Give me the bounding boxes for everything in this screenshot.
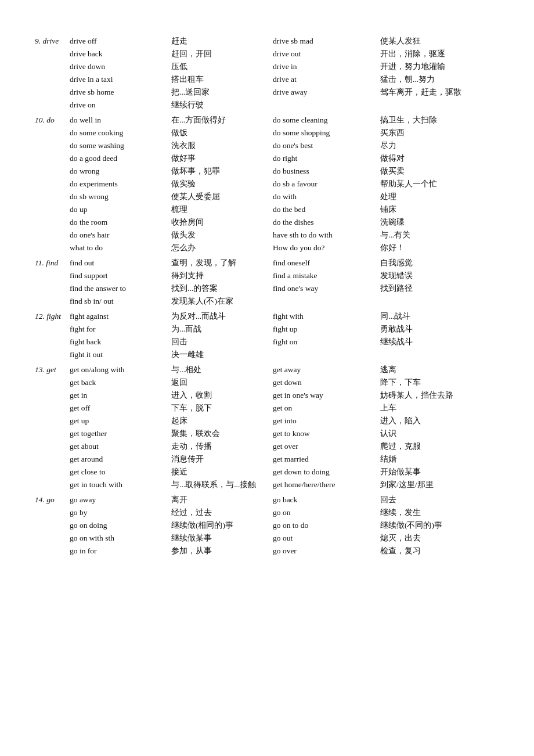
phrase-right: get to know bbox=[273, 427, 380, 440]
phrase-right: How do you do? bbox=[273, 242, 380, 254]
row: 9. drivedrive off赶走drive sb mad使某人发狂 bbox=[35, 35, 499, 48]
section-number: 14. go bbox=[35, 494, 70, 506]
meaning-right: 铺床 bbox=[380, 203, 499, 216]
row: drive in a taxi搭出租车drive at猛击，朝...努力 bbox=[35, 73, 499, 86]
phrase-left: drive sb home bbox=[70, 86, 171, 99]
meaning-right: 找到路径 bbox=[380, 282, 499, 295]
meaning-right: 帮助某人一个忙 bbox=[380, 178, 499, 190]
row: get together聚集，联欢会get to know认识 bbox=[35, 427, 499, 440]
phrase-left: do some cooking bbox=[70, 127, 171, 139]
row: drive down压低drive in开进，努力地灌输 bbox=[35, 60, 499, 73]
row: fight back回击fight on继续战斗 bbox=[35, 336, 499, 348]
meaning-left: 在...方面做得好 bbox=[171, 114, 273, 127]
meaning-left: 洗衣服 bbox=[171, 139, 273, 152]
phrase-right: go out bbox=[273, 532, 380, 545]
meaning-right: 认识 bbox=[380, 427, 499, 440]
meaning-right: 驾车离开，赶走，驱散 bbox=[380, 86, 499, 99]
phrase-left: go by bbox=[70, 506, 171, 519]
meaning-left: 参加，从事 bbox=[171, 545, 273, 557]
phrase-left: go on doing bbox=[70, 519, 171, 532]
meaning-right: 买东西 bbox=[380, 127, 499, 139]
phrase-left: find the answer to bbox=[70, 282, 171, 295]
meaning-right: 结婚 bbox=[380, 453, 499, 466]
phrase-left: drive down bbox=[70, 60, 171, 73]
phrase-left: get around bbox=[70, 453, 171, 466]
phrase-left: get in touch with bbox=[70, 478, 171, 491]
meaning-left: 怎么办 bbox=[171, 242, 273, 254]
row: do up梳理do the bed铺床 bbox=[35, 203, 499, 216]
meaning-right: 回去 bbox=[380, 494, 499, 506]
meaning-right: 熄灭，出去 bbox=[380, 532, 499, 545]
row: fight for为...而战fight up勇敢战斗 bbox=[35, 323, 499, 336]
row: go by经过，过去go on继续，发生 bbox=[35, 506, 499, 519]
phrase-right: get in one's way bbox=[273, 389, 380, 402]
meaning-right: 继续做(不同的)事 bbox=[380, 519, 499, 532]
phrase-left: go on with sth bbox=[70, 532, 171, 545]
phrase-right: have sth to do with bbox=[273, 229, 380, 242]
meaning-left: 聚集，联欢会 bbox=[171, 427, 273, 440]
meaning-left: 回击 bbox=[171, 336, 273, 348]
meaning-left: 走动，传播 bbox=[171, 440, 273, 453]
phrase-right: do some shopping bbox=[273, 127, 380, 139]
meaning-right: 继续，发生 bbox=[380, 506, 499, 519]
row: 11. findfind out查明，发现，了解find oneself自我感觉 bbox=[35, 257, 499, 269]
meaning-left: 赶回，开回 bbox=[171, 48, 273, 60]
phrase-left: do sb wrong bbox=[70, 190, 171, 203]
phrase-right: drive out bbox=[273, 48, 380, 60]
row: do wrong做坏事，犯罪do business做买卖 bbox=[35, 165, 499, 178]
meaning-left: 做实验 bbox=[171, 178, 273, 190]
row: go in for参加，从事go over检查，复习 bbox=[35, 545, 499, 557]
phrase-right: go on bbox=[273, 506, 380, 519]
meaning-left: 做头发 bbox=[171, 229, 273, 242]
phrase-right: do with bbox=[273, 190, 380, 203]
meaning-left: 经过，过去 bbox=[171, 506, 273, 519]
phrase-right: get down bbox=[273, 376, 380, 389]
row: go on doing继续做(相同的)事go on to do继续做(不同的)事 bbox=[35, 519, 499, 532]
section-number: 9. drive bbox=[35, 35, 70, 48]
row: get up起床get into进入，陷入 bbox=[35, 415, 499, 427]
meaning-right: 做得对 bbox=[380, 152, 499, 165]
row: do some washing洗衣服do one's best尽力 bbox=[35, 139, 499, 152]
meaning-right: 继续战斗 bbox=[380, 336, 499, 348]
row: 14. gogo away离开go back回去 bbox=[35, 494, 499, 506]
phrase-left: get up bbox=[70, 415, 171, 427]
phrase-right: drive at bbox=[273, 73, 380, 86]
phrase-right: do the bed bbox=[273, 203, 380, 216]
meaning-right: 发现错误 bbox=[380, 269, 499, 282]
phrase-left: get close to bbox=[70, 466, 171, 478]
meaning-left: 离开 bbox=[171, 494, 273, 506]
meaning-right: 使某人发狂 bbox=[380, 35, 499, 48]
row: drive on继续行驶 bbox=[35, 99, 499, 111]
meaning-right: 自我感觉 bbox=[380, 257, 499, 269]
row: find sb in/ out发现某人(不)在家 bbox=[35, 295, 499, 308]
meaning-left: 使某人受委屈 bbox=[171, 190, 273, 203]
section-number: 11. find bbox=[35, 257, 70, 269]
row: 12. fightfight against为反对...而战斗fight wit… bbox=[35, 310, 499, 323]
meaning-right: 爬过，克服 bbox=[380, 440, 499, 453]
phrase-left: get about bbox=[70, 440, 171, 453]
row: find support得到支持find a mistake发现错误 bbox=[35, 269, 499, 282]
meaning-right: 妨碍某人，挡住去路 bbox=[380, 389, 499, 402]
meaning-right: 检查，复习 bbox=[380, 545, 499, 557]
section-number: 10. do bbox=[35, 114, 70, 127]
meaning-left: 赶走 bbox=[171, 35, 273, 48]
row: 10. dodo well in在...方面做得好do some cleanin… bbox=[35, 114, 499, 127]
meaning-left: 继续做某事 bbox=[171, 532, 273, 545]
meaning-right: 洗碗碟 bbox=[380, 216, 499, 229]
meaning-left: 继续行驶 bbox=[171, 99, 273, 111]
meaning-left: 查明，发现，了解 bbox=[171, 257, 273, 269]
meaning-left: 得到支持 bbox=[171, 269, 273, 282]
meaning-right: 与...有关 bbox=[380, 229, 499, 242]
phrase-left: do well in bbox=[70, 114, 171, 127]
phrase-left: get back bbox=[70, 376, 171, 389]
row: get close to接近get down to doing开始做某事 bbox=[35, 466, 499, 478]
phrase-left: fight it out bbox=[70, 348, 171, 361]
meaning-right: 猛击，朝...努力 bbox=[380, 73, 499, 86]
meaning-left: 找到...的答案 bbox=[171, 282, 273, 295]
phrase-left: get in bbox=[70, 389, 171, 402]
phrase-left: find out bbox=[70, 257, 171, 269]
phrase-right: do sb a favour bbox=[273, 178, 380, 190]
phrase-left: fight against bbox=[70, 310, 171, 323]
phrase-right: find one's way bbox=[273, 282, 380, 295]
phrase-right: go back bbox=[273, 494, 380, 506]
